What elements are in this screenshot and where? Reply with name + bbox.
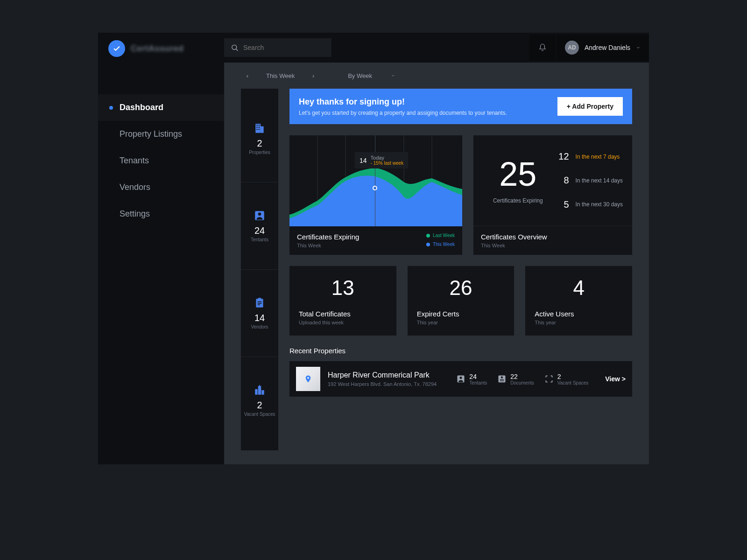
nav-label: Vendors [120,182,150,192]
svg-rect-3 [257,125,258,126]
brand-logo-icon [108,40,125,57]
user-menu[interactable]: AD Andrew Daniels [557,35,649,61]
nav-active-dot [109,106,113,110]
next-period-button[interactable]: › [309,72,318,79]
stat-subtitle: This year [535,320,623,325]
overview-title: Certificates Overview [481,233,625,241]
nav-label: Settings [120,209,150,219]
prop-stat-label: Tentants [469,380,487,385]
property-view-button[interactable]: View > [605,375,626,383]
tooltip-label: Today [371,155,404,161]
legend-dot [426,243,430,246]
period-mode-select[interactable]: By Week [348,72,395,79]
property-name: Harper River Commerical Park [328,371,449,379]
dashboard-right-column: Hey thanks for signing up! Let's get you… [289,89,632,450]
stat-title: Expired Certs [417,310,505,318]
svg-rect-18 [261,390,264,395]
stat-value: 13 [299,276,387,300]
overview-item-label: In the next 7 days [576,154,620,160]
row-chart-overview: 14 Today - 15% last week [289,135,632,255]
add-property-button[interactable]: + Add Property [557,97,623,116]
nav-vendors[interactable]: Vendors [98,174,224,201]
quickstat-properties[interactable]: 2 Properties [241,95,278,182]
property-stats: 24Tentants 22Documents 2Vacant Spaces [456,373,588,385]
vacancy-icon [544,374,554,384]
document-icon [497,374,507,384]
svg-rect-30 [500,380,504,381]
chart-marker-dot [373,186,377,190]
banner-subtitle: Let's get you started by creating a prop… [299,110,507,116]
quickstat-vacant[interactable]: 2 Vacant Spaces [241,357,278,444]
filter-bar: ‹ This Week › By Week [224,63,649,89]
stat-title: Total Certificates [299,310,387,318]
nav-dashboard[interactable]: Dashboard [98,94,224,121]
recent-properties: Recent Properties Harper River Commerica… [289,347,632,397]
area-chart [289,135,462,226]
prop-stat-documents: 22Documents [497,373,534,385]
bell-icon [538,43,547,52]
prop-stat-label: Documents [510,380,534,385]
svg-rect-7 [257,129,258,130]
svg-point-0 [232,45,237,49]
svg-rect-12 [258,298,261,300]
period-mode-label: By Week [348,72,372,79]
nav-property-listings[interactable]: Property Listings [98,121,224,147]
chart-marker-line [375,135,375,226]
app-window: CertAssured Dashboard Property Listings … [98,33,649,464]
stat-expired-certs: 26 Expired Certs This year [408,266,514,336]
legend-item-last-week: Last Week [426,233,455,238]
overview-big-label: Certificates Expiring [493,197,543,204]
quickstat-value: 24 [254,225,265,236]
quickstat-value: 2 [257,400,262,411]
overview-item-value: 5 [558,199,569,210]
stat-title: Active Users [535,310,623,318]
overview-item-30days: 5In the next 30 days [558,199,623,210]
svg-rect-16 [255,389,257,395]
overview-subtitle: This Week [481,243,625,248]
stat-total-certificates: 13 Total Certificates Uploaded this week [289,266,396,336]
svg-rect-17 [258,386,261,394]
overview-big-value: 25 [499,157,536,191]
stat-subtitle: This year [417,320,505,325]
legend-label: Last Week [433,233,455,238]
svg-rect-1 [255,124,261,133]
quickstat-value: 2 [257,138,262,149]
svg-rect-15 [258,304,260,305]
svg-rect-13 [258,301,262,302]
property-map-thumbnail [296,367,320,391]
search-input[interactable] [243,44,325,51]
topbar: AD Andrew Daniels [224,33,649,63]
quickstat-label: Vendors [251,324,268,329]
sidebar: CertAssured Dashboard Property Listings … [98,33,224,464]
chart-area: 14 Today - 15% last week [289,135,462,226]
search-box[interactable] [224,38,331,57]
banner-title: Hey thanks for signing up! [299,97,507,107]
clipboard-icon [254,297,266,309]
svg-point-24 [307,377,309,379]
svg-point-10 [258,213,261,216]
quickstat-tenants[interactable]: 24 Tentants [241,182,278,269]
quick-stats-column: 2 Properties 24 Tentants 14 Vendors [241,89,278,450]
nav-tenants[interactable]: Tenants [98,147,224,174]
prop-stat-value: 24 [469,373,487,380]
chart-subtitle: This Week [297,243,359,248]
prop-stat-value: 2 [557,373,589,380]
current-period: This Week [266,72,295,79]
prev-period-button[interactable]: ‹ [243,72,252,79]
nav-settings[interactable]: Settings [98,201,224,227]
nav-label: Dashboard [120,103,163,112]
quickstat-vendors[interactable]: 14 Vendors [241,269,278,357]
tooltip-value: 14 [359,157,367,164]
legend-label: This Week [433,242,455,247]
stat-subtitle: Uploaded this week [299,320,387,325]
person-icon [456,374,465,384]
city-icon [254,384,266,396]
user-name: Andrew Daniels [585,44,630,51]
quickstat-label: Tentants [251,237,268,242]
svg-rect-5 [257,127,258,128]
svg-rect-8 [259,129,260,130]
stat-cards-row: 13 Total Certificates Uploaded this week… [289,266,632,336]
overview-card: 25 Certificates Expiring 12In the next 7… [473,135,632,255]
notifications-button[interactable] [529,35,556,61]
legend-item-this-week: This Week [426,242,455,247]
